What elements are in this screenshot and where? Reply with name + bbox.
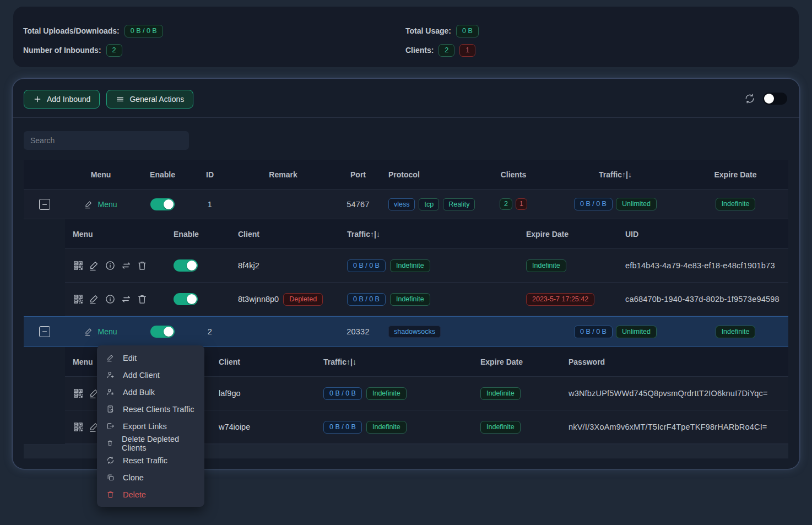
menu-item-label: Reset Traffic (123, 456, 167, 465)
menu-lines-icon (116, 95, 124, 104)
dark-mode-toggle[interactable] (763, 93, 787, 105)
sub-header-password: Password (561, 358, 788, 366)
expire-badge: Indefinite (716, 198, 756, 210)
menu-item-reset-clients-traffic[interactable]: Reset Clients Traffic (97, 400, 204, 418)
edit-pencil-icon (84, 327, 93, 336)
protocol-tag-reality: Reality (443, 198, 475, 210)
inbound-enable-toggle[interactable] (150, 326, 175, 338)
client-name: 8t3wjnn8p0 (238, 295, 279, 304)
menu-item-delete[interactable]: Delete (97, 486, 204, 503)
client-name: 8f4kj2 (230, 261, 339, 270)
client-name: laf9go (211, 389, 316, 398)
inbounds-table-header: Menu Enable ID Remark Port Protocol Clie… (24, 160, 788, 190)
inbound-enable-toggle[interactable] (150, 198, 175, 210)
clone-icon (106, 473, 115, 481)
inbound-port: 20332 (335, 327, 381, 336)
toolbar: Add Inbound General Actions (24, 90, 788, 109)
add-inbound-label: Add Inbound (47, 95, 90, 104)
client-expire-badge: Indefinite (480, 387, 521, 400)
client-enable-toggle[interactable] (174, 259, 198, 272)
client-traffic-badge: 0 B / 0 B (323, 387, 362, 400)
menu-item-add-client[interactable]: Add Client (97, 366, 204, 383)
sub-header-expire: Expire Date (518, 230, 618, 239)
stat-clients-active-badge: 2 (439, 44, 454, 57)
client-expire-badge: Indefinite (526, 259, 566, 272)
menu-item-edit[interactable]: Edit (97, 349, 204, 366)
protocol-tag-shadowsocks: shadowsocks (388, 326, 441, 338)
header-protocol: Protocol (381, 170, 479, 179)
vless-clients-header: Menu Enable Client Traffic↑|↓ Expire Dat… (65, 219, 788, 249)
delete-client-icon[interactable] (137, 294, 148, 305)
header-clients[interactable]: Clients (479, 170, 548, 179)
edit-client-icon[interactable] (89, 260, 100, 271)
export-icon (106, 422, 115, 430)
refresh-icon[interactable] (744, 93, 755, 104)
client-uid: efb14b43-4a79-4e83-ef18-e48cf1901b73 (618, 261, 788, 270)
add-inbound-button[interactable]: Add Inbound (24, 90, 100, 109)
client-name: w74ioipe (211, 423, 316, 431)
header-port: Port (335, 170, 381, 179)
client-row-8f4kj2: 8f4kj2 0 B / 0 B Indefinite Indefinite e… (65, 249, 788, 283)
qrcode-icon[interactable] (73, 388, 84, 399)
depleted-badge: Depleted (283, 293, 323, 306)
reset-traffic-icon[interactable] (121, 260, 132, 271)
toolbar-divider (13, 117, 799, 118)
protocol-tag-vless: vless (388, 198, 415, 210)
menu-item-label: Clone (123, 473, 144, 482)
traffic-badge: 0 B / 0 B (574, 198, 613, 210)
search-box (24, 131, 788, 150)
stat-clients-depleted-badge: 1 (459, 44, 475, 57)
collapse-row-button[interactable] (39, 199, 50, 210)
search-input[interactable] (24, 131, 189, 150)
traffic-badge: 0 B / 0 B (574, 326, 613, 338)
menu-item-export-links[interactable]: Export Links (97, 418, 204, 435)
menu-item-delete-depleted-clients[interactable]: Delete Depleted Clients (97, 435, 204, 452)
client-row-8t3wjnn8p0: 8t3wjnn8p0 Depleted 0 B / 0 B Indefinite… (65, 283, 788, 316)
sub-header-traffic[interactable]: Traffic↑|↓ (316, 358, 473, 366)
minus-icon (41, 328, 48, 335)
sub-header-uid: UID (618, 230, 788, 239)
inbound-menu-label: Menu (98, 200, 117, 209)
sync-icon (106, 456, 115, 464)
general-actions-button[interactable]: General Actions (106, 90, 193, 109)
client-traffic-limit-badge: Indefinite (366, 421, 407, 434)
delete-client-icon[interactable] (137, 260, 148, 271)
stat-usage-value-badge: 0 B (456, 25, 479, 37)
menu-item-label: Add Bulk (123, 388, 155, 397)
sub-header-enable: Enable (166, 230, 230, 239)
qrcode-icon[interactable] (73, 421, 84, 432)
edit-client-icon[interactable] (89, 294, 100, 305)
menu-item-label: Reset Clients Traffic (123, 405, 194, 414)
menu-item-add-bulk[interactable]: Add Bulk (97, 383, 204, 400)
menu-item-reset-traffic[interactable]: Reset Traffic (97, 452, 204, 469)
collapse-row-button[interactable] (39, 326, 50, 337)
inbound-context-menu: Edit Add Client Add Bulk Reset Clients T… (97, 345, 204, 507)
sub-header-traffic[interactable]: Traffic↑|↓ (339, 230, 518, 239)
reset-traffic-icon[interactable] (121, 294, 132, 305)
info-icon[interactable] (105, 260, 116, 271)
menu-item-label: Edit (123, 354, 137, 362)
edit-pencil-icon (84, 200, 93, 209)
inbound-id: 1 (189, 200, 231, 209)
header-id: ID (189, 170, 231, 179)
vless-clients-subtable: Menu Enable Client Traffic↑|↓ Expire Dat… (65, 219, 788, 316)
menu-item-label: Delete (123, 490, 146, 499)
trash-clients-icon (106, 439, 113, 447)
inbound-menu-button[interactable]: Menu (84, 327, 117, 336)
info-icon[interactable] (105, 294, 116, 305)
qrcode-icon[interactable] (73, 260, 84, 271)
sub-header-client: Client (211, 358, 316, 366)
qrcode-icon[interactable] (73, 294, 84, 305)
stats-left-column: Total Uploads/Downloads: 0 B / 0 B Numbe… (23, 24, 163, 57)
client-traffic-badge: 0 B / 0 B (347, 293, 386, 306)
user-add-icon (106, 371, 115, 379)
inbound-menu-button[interactable]: Menu (84, 200, 117, 209)
trash-icon (106, 490, 115, 499)
header-traffic-sort[interactable]: Traffic↑|↓ (548, 170, 683, 179)
header-expire-date: Expire Date (683, 170, 788, 179)
client-enable-toggle[interactable] (174, 293, 198, 305)
inbound-row-1: Menu 1 54767 vless tcp Reality 2 1 0 B /… (24, 190, 788, 219)
menu-item-clone[interactable]: Clone (97, 469, 204, 486)
clients-active-badge: 2 (500, 198, 512, 210)
file-reset-icon (106, 405, 115, 413)
